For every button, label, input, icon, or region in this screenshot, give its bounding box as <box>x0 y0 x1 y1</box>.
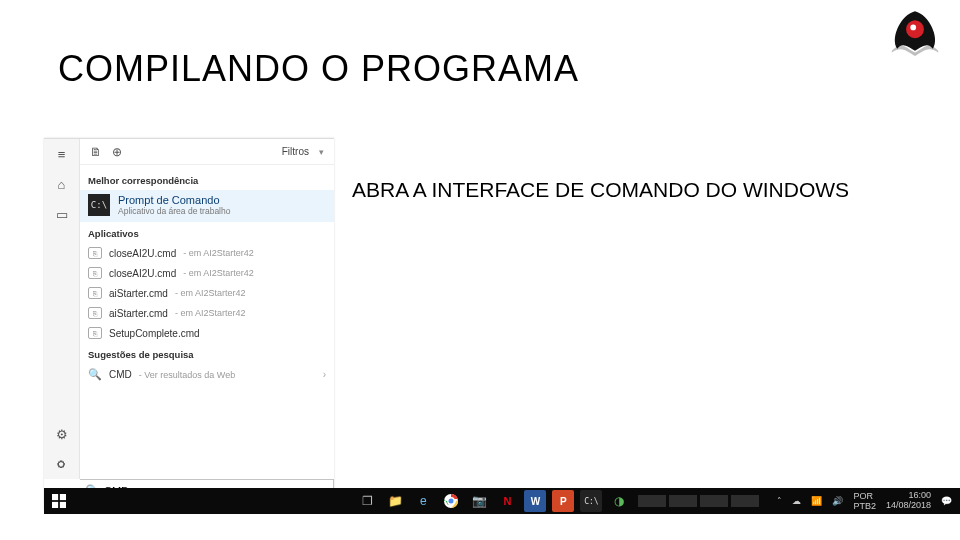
app-name: aiStarter.cmd <box>109 308 168 319</box>
app-name: closeAI2U.cmd <box>109 248 176 259</box>
camera-icon[interactable]: 📷 <box>468 490 490 512</box>
task-view-icon[interactable]: ❐ <box>356 490 378 512</box>
edge-icon[interactable]: e <box>412 490 434 512</box>
script-file-icon: ⎘ <box>88 287 102 299</box>
cmd-taskbar-icon[interactable]: C:\ <box>580 490 602 512</box>
netflix-icon[interactable]: N <box>496 490 518 512</box>
section-best-match: Melhor correspondência <box>80 169 334 190</box>
filters-label[interactable]: Filtros <box>282 146 309 157</box>
home-icon[interactable]: ⌂ <box>44 169 80 199</box>
web-icon[interactable]: ⊕ <box>112 145 122 159</box>
taskbar-mini-windows <box>638 495 759 507</box>
taskbar-pinned: ❐ 📁 e 📷 N W P C:\ ◑ <box>356 488 630 514</box>
start-search-panel: ≡ ⌂ ▭ ⚙ ⭘ 🗎 ⊕ Filtros ▾ Melhor correspon… <box>44 138 334 510</box>
mini-window[interactable] <box>638 495 666 507</box>
script-file-icon: ⎘ <box>88 327 102 339</box>
web-hint: - Ver resultados da Web <box>139 370 235 380</box>
java-duke-logo <box>888 6 942 56</box>
app-name: closeAI2U.cmd <box>109 268 176 279</box>
chevron-down-icon[interactable]: ▾ <box>319 147 324 157</box>
mini-window[interactable] <box>669 495 697 507</box>
windows-logo-icon <box>52 494 66 508</box>
instruction-text: ABRA A INTERFACE DE COMANDO DO WINDOWS <box>352 176 872 203</box>
file-explorer-icon[interactable]: 📁 <box>384 490 406 512</box>
app-row[interactable]: ⎘ aiStarter.cmd - em AI2Starter42 <box>80 283 334 303</box>
app-row[interactable]: ⎘ SetupComplete.cmd <box>80 323 334 343</box>
chrome-icon[interactable] <box>440 490 462 512</box>
start-left-rail: ≡ ⌂ ▭ ⚙ ⭘ <box>44 139 80 479</box>
app-source: - em AI2Starter42 <box>175 288 246 298</box>
svg-point-1 <box>910 25 916 31</box>
app-name: SetupComplete.cmd <box>109 328 200 339</box>
web-term: CMD <box>109 369 132 380</box>
web-suggestion-row[interactable]: 🔍 CMD - Ver resultados da Web › <box>80 364 334 385</box>
svg-rect-2 <box>52 494 58 500</box>
wifi-icon[interactable]: 📶 <box>811 496 822 506</box>
section-apps: Aplicativos <box>80 222 334 243</box>
page-icon[interactable]: 🗎 <box>90 145 102 159</box>
app-row[interactable]: ⎘ closeAI2U.cmd - em AI2Starter42 <box>80 243 334 263</box>
best-match-title: Prompt de Comando <box>118 194 230 206</box>
slide-title: COMPILANDO O PROGRAMA <box>58 48 579 90</box>
app-source: - em AI2Starter42 <box>175 308 246 318</box>
app-name: aiStarter.cmd <box>109 288 168 299</box>
svg-rect-3 <box>59 494 65 500</box>
mini-window[interactable] <box>731 495 759 507</box>
powerpoint-icon[interactable]: P <box>552 490 574 512</box>
system-tray: ˄ ☁ 📶 🔊 PORPTB2 16:0014/08/2018 💬 <box>630 491 960 511</box>
app-row[interactable]: ⎘ aiStarter.cmd - em AI2Starter42 <box>80 303 334 323</box>
mini-window[interactable] <box>700 495 728 507</box>
search-results: Melhor correspondência C:\ Prompt de Com… <box>80 165 334 389</box>
onedrive-icon[interactable]: ☁ <box>792 496 801 506</box>
word-icon[interactable]: W <box>524 490 546 512</box>
volume-icon[interactable]: 🔊 <box>832 496 843 506</box>
svg-rect-4 <box>52 502 58 508</box>
gear-icon[interactable]: ⚙ <box>44 419 80 449</box>
best-match-row[interactable]: C:\ Prompt de Comando Aplicativo da área… <box>80 190 334 222</box>
language-indicator[interactable]: PORPTB2 <box>853 491 876 511</box>
start-button[interactable] <box>44 489 73 513</box>
app-source: - em AI2Starter42 <box>183 268 254 278</box>
shutdown-icon[interactable]: ⭘ <box>44 449 80 479</box>
cmd-prompt-icon: C:\ <box>88 194 110 216</box>
action-center-icon[interactable]: 💬 <box>941 496 952 506</box>
taskbar: ❐ 📁 e 📷 N W P C:\ ◑ <box>44 488 960 514</box>
script-file-icon: ⎘ <box>88 267 102 279</box>
search-icon: 🔍 <box>88 368 102 381</box>
chevron-right-icon: › <box>323 369 326 380</box>
clock[interactable]: 16:0014/08/2018 <box>886 491 931 511</box>
app-green-icon[interactable]: ◑ <box>608 490 630 512</box>
tray-chevron-up-icon[interactable]: ˄ <box>777 496 782 506</box>
script-file-icon: ⎘ <box>88 307 102 319</box>
script-file-icon: ⎘ <box>88 247 102 259</box>
hamburger-icon[interactable]: ≡ <box>44 139 80 169</box>
section-web: Sugestões de pesquisa <box>80 343 334 364</box>
apps-list-icon[interactable]: ▭ <box>44 199 80 229</box>
app-row[interactable]: ⎘ closeAI2U.cmd - em AI2Starter42 <box>80 263 334 283</box>
svg-rect-5 <box>59 502 65 508</box>
best-match-subtitle: Aplicativo da área de trabalho <box>118 206 230 216</box>
search-panel-top: 🗎 ⊕ Filtros ▾ <box>80 139 334 165</box>
app-source: - em AI2Starter42 <box>183 248 254 258</box>
